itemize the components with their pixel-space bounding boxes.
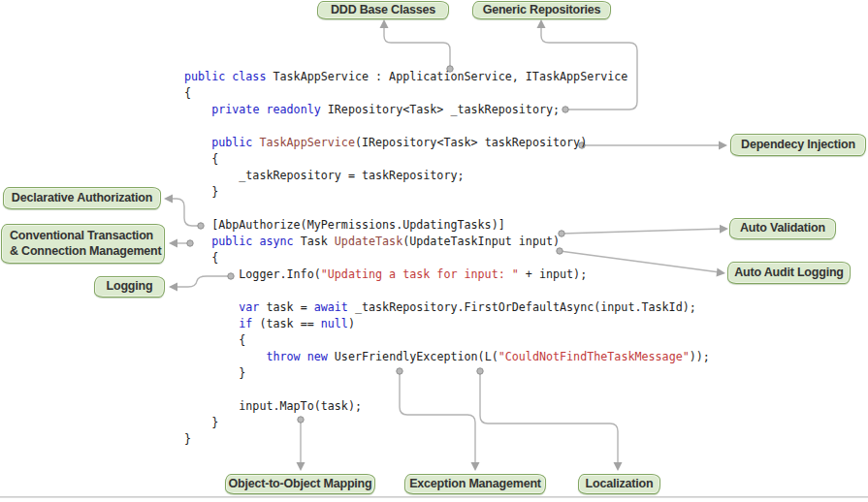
- code-line: {: [184, 332, 710, 349]
- code-line: [184, 382, 710, 398]
- code-line: }: [184, 365, 710, 382]
- code-line: public async Task UpdateTask(UpdateTaskI…: [184, 234, 710, 250]
- connector-ddd-base-classes: [380, 19, 454, 72]
- code-line: [184, 118, 710, 135]
- code-line: }: [184, 415, 710, 431]
- code-line: if (task == null): [184, 316, 710, 332]
- label-declarative-authorization: Declarative Authorization: [3, 187, 161, 209]
- label-logging: Logging: [94, 276, 165, 298]
- label-ddd-base-classes: DDD Base Classes: [317, 1, 449, 19]
- label-conventional-transaction-connection-management: Conventional Transaction & Connection Ma…: [1, 224, 165, 264]
- code-line: [AbpAuthorize(MyPermissions.UpdatingTask…: [184, 217, 710, 234]
- code-line: {: [184, 85, 710, 102]
- code-line: public TaskAppService(IRepository<Task> …: [184, 135, 710, 151]
- label-auto-validation: Auto Validation: [729, 218, 836, 239]
- label-exception-management: Exception Management: [404, 474, 546, 494]
- code-line: throw new UserFriendlyException(L("Could…: [184, 349, 710, 365]
- code-line: public class TaskAppService : Applicatio…: [184, 69, 710, 85]
- page-bottom-divider: [0, 496, 868, 498]
- label-generic-repositories: Generic Repositories: [472, 1, 611, 19]
- code-line: var task = await _taskRepository.FirstOr…: [184, 299, 710, 316]
- code-line: {: [184, 250, 710, 267]
- code-line: [184, 201, 710, 217]
- code-line: [184, 283, 710, 299]
- code-line: _taskRepository = taskRepository;: [184, 168, 710, 184]
- code-line: }: [184, 431, 710, 448]
- code-line: private readonly IRepository<Task> _task…: [184, 102, 710, 118]
- code-line: }: [184, 184, 710, 201]
- code-line: {: [184, 151, 710, 168]
- code-block: public class TaskAppService : Applicatio…: [184, 69, 710, 448]
- label-object-to-object-mapping: Object-to-Object Mapping: [225, 474, 375, 494]
- code-line: Logger.Info("Updating a task for input: …: [184, 267, 710, 283]
- code-line: input.MapTo(task);: [184, 398, 710, 415]
- label-auto-audit-logging: Auto Audit Logging: [727, 262, 851, 284]
- abp-features-diagram: public class TaskAppService : Applicatio…: [0, 0, 868, 502]
- label-localization: Localization: [578, 474, 660, 494]
- label-dependency-injection: Dependecy Injection: [730, 134, 866, 156]
